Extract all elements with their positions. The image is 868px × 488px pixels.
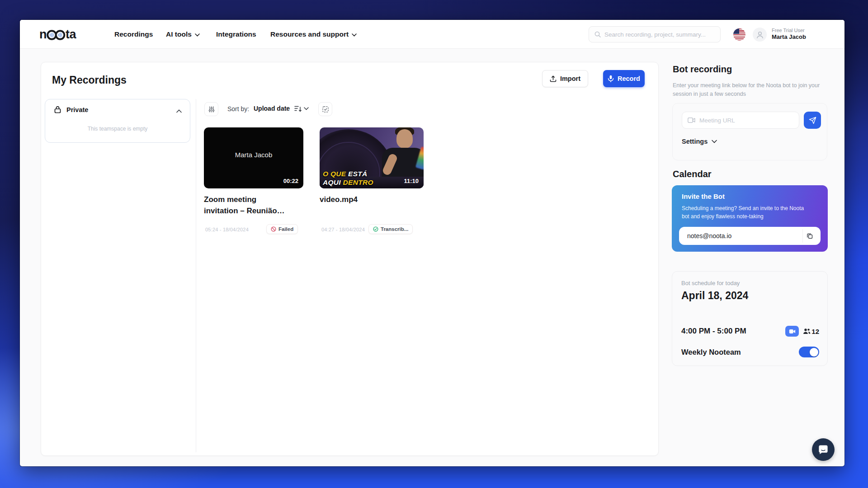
meeting-url-placeholder: Meeting URL (699, 117, 735, 124)
noota-logo[interactable]: n ta (39, 28, 76, 42)
event-time: 4:00 PM - 5:00 PM (681, 327, 746, 336)
send-button[interactable] (804, 112, 821, 129)
search-placeholder: Search recording, project, summary... (604, 31, 706, 38)
bot-recording-description: Enter your meeting link below for the No… (673, 81, 825, 99)
invite-bot-description: Scheduling a meeting? Send an invite to … (682, 204, 811, 221)
users-icon (803, 328, 811, 334)
app-window: n ta Recordings AI tools Integrations Re… (20, 20, 844, 466)
language-flag-us-icon[interactable] (733, 28, 745, 41)
invite-bot-title: Invite the Bot (682, 192, 725, 200)
collapse-button[interactable] (176, 107, 182, 115)
mic-icon (608, 75, 614, 82)
logo-text-ta: ta (66, 28, 76, 42)
ban-icon (271, 226, 276, 232)
sort-descending-icon (294, 105, 302, 112)
recording-title[interactable]: video.mp4 (320, 194, 415, 206)
bot-toggle[interactable] (799, 347, 819, 357)
recording-thumbnail[interactable]: Marta Jacob 00:22 (204, 127, 303, 188)
video-meeting-icon (785, 326, 799, 337)
avatar[interactable] (753, 28, 767, 42)
recordings-panel: My Recordings Import Record Private This… (41, 62, 659, 456)
teamspace-empty-text: This teamspace is empty (45, 126, 190, 132)
import-button[interactable]: Import (542, 70, 588, 87)
lock-icon (54, 106, 61, 113)
user-info[interactable]: Free Trial User Marta Jacob (772, 27, 806, 41)
sort-by-label: Sort by: (227, 105, 249, 113)
chevron-up-icon (176, 109, 182, 113)
logo-waveform-icon (46, 29, 66, 41)
weekly-toggle-row: Weekly Nooteam (681, 347, 819, 357)
sort-value[interactable]: Upload date (254, 105, 290, 112)
chat-widget-button[interactable] (812, 438, 835, 461)
multi-select-button[interactable] (318, 102, 332, 116)
copy-icon (807, 233, 813, 239)
chevron-down-icon (195, 33, 200, 37)
recording-title[interactable]: Zoom meeting invitation – Reunião… (204, 194, 288, 216)
duration-badge: 00:22 (283, 178, 298, 184)
select-items-icon (322, 106, 329, 113)
invite-bot-card: Invite the Bot Scheduling a meeting? Sen… (672, 185, 828, 252)
nav-integrations[interactable]: Integrations (216, 30, 256, 38)
bot-schedule-card: Bot schedule for today April 18, 2024 4:… (672, 271, 828, 366)
chevron-down-icon (352, 33, 357, 37)
teamspace-name: Private (66, 106, 88, 113)
chevron-down-icon (304, 107, 309, 110)
user-icon (756, 31, 764, 39)
status-badge-transcribed: Transcrib... (368, 224, 413, 234)
schedule-date: April 18, 2024 (681, 290, 748, 302)
recording-datetime: 04:27 - 18/04/2024 (321, 227, 365, 232)
search-icon (594, 31, 601, 38)
divider (196, 99, 196, 452)
attendees-count: 12 (803, 328, 819, 335)
copy-button[interactable] (802, 229, 816, 243)
check-circle-icon (373, 226, 378, 232)
teamspace-private-panel[interactable]: Private This teamspace is empty (45, 99, 190, 143)
bot-email-field[interactable]: notes@noota.io (679, 227, 821, 245)
logo-text-n: n (39, 28, 47, 42)
recording-datetime: 05:24 - 18/04/2024 (205, 227, 249, 232)
meeting-url-input[interactable]: Meeting URL (682, 112, 799, 129)
record-button[interactable]: Record (603, 70, 645, 87)
video-camera-icon (688, 117, 695, 123)
filter-sliders-icon (208, 106, 215, 113)
bot-email-value: notes@noota.io (687, 232, 731, 239)
desktop-wallpaper: n ta Recordings AI tools Integrations Re… (0, 0, 868, 488)
bot-recording-title: Bot recording (673, 64, 732, 75)
nav-resources[interactable]: Resources and support (270, 30, 357, 38)
status-badge-failed: Failed (266, 224, 298, 234)
search-input[interactable]: Search recording, project, summary... (589, 26, 721, 42)
schedule-label: Bot schedule for today (681, 280, 740, 286)
thumbnail-caption: O QUE ESTÁ AQUI DENTRO (323, 170, 373, 187)
recording-thumbnail[interactable]: O QUE ESTÁ AQUI DENTRO 11:10 (320, 127, 424, 188)
send-icon (809, 117, 816, 124)
user-plan: Free Trial User (772, 27, 806, 33)
calendar-title: Calendar (673, 169, 712, 179)
thumbnail-participant-name: Marta Jacob (204, 151, 303, 159)
chat-bubble-icon (817, 444, 829, 455)
chevron-down-icon (712, 140, 717, 143)
top-navbar: n ta Recordings AI tools Integrations Re… (20, 20, 844, 49)
duration-badge: 11:10 (404, 178, 419, 184)
weekly-event-label: Weekly Nooteam (681, 348, 741, 357)
settings-dropdown[interactable]: Settings (682, 138, 717, 145)
filter-button[interactable] (204, 102, 218, 116)
upload-icon (550, 75, 557, 82)
user-name: Marta Jacob (772, 33, 806, 41)
nav-recordings[interactable]: Recordings (114, 30, 153, 38)
nav-ai-tools[interactable]: AI tools (166, 30, 200, 38)
sort-direction-button[interactable] (294, 105, 309, 112)
page-title: My Recordings (52, 74, 127, 86)
schedule-event-row: 4:00 PM - 5:00 PM 12 (681, 326, 819, 337)
